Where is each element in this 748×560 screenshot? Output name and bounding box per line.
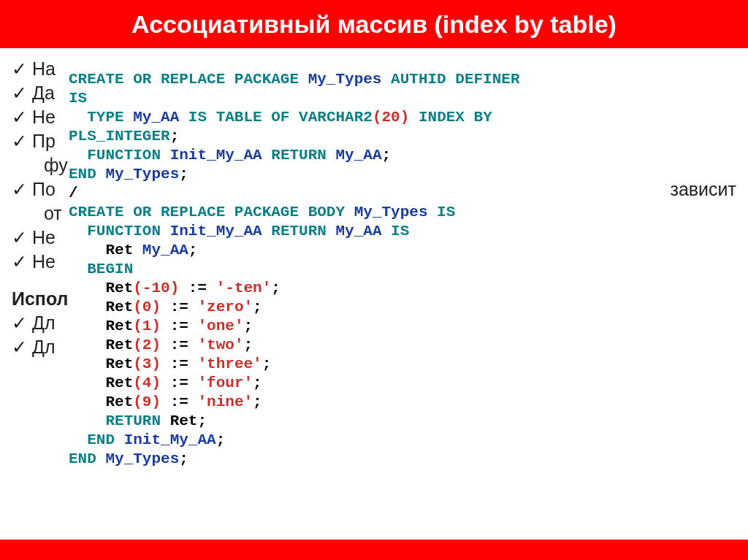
bullet-fragment: Не (32, 227, 56, 248)
bullet-fragment-tail: зависит (670, 177, 736, 202)
bullet-fragment: Да (32, 83, 55, 103)
bullet-fragment: Дл (32, 312, 56, 333)
bullet-fragment: На (32, 58, 56, 79)
bullet-fragment: Дл (32, 337, 56, 357)
bullet-fragment: Не (32, 107, 56, 127)
title-bar: Ассоциативный массив (index by table) (0, 0, 748, 48)
checkmark-icon: ✓ (12, 311, 32, 335)
bullet-fragment: Пр (32, 131, 56, 151)
bullet-fragment: фу (44, 155, 68, 175)
bullet-fragment: По (32, 179, 56, 199)
section-heading-fragment: Испол (12, 288, 69, 309)
checkmark-icon: ✓ (12, 335, 32, 359)
checkmark-icon: ✓ (12, 177, 32, 202)
footer-bar (0, 540, 748, 560)
checkmark-icon: ✓ (12, 81, 32, 105)
bullet-fragment: от (44, 203, 62, 223)
code-block: CREATE OR REPLACE PACKAGE My_Types AUTHI… (69, 51, 536, 540)
checkmark-icon: ✓ (12, 105, 32, 129)
checkmark-icon: ✓ (12, 226, 32, 250)
slide-title: Ассоциативный массив (index by table) (131, 10, 617, 39)
checkmark-icon: ✓ (12, 57, 32, 81)
bullet-fragment: Не (32, 251, 56, 272)
slide: Ассоциативный массив (index by table) ✓Н… (0, 0, 748, 560)
checkmark-icon: ✓ (12, 250, 32, 274)
checkmark-icon: ✓ (12, 129, 32, 153)
